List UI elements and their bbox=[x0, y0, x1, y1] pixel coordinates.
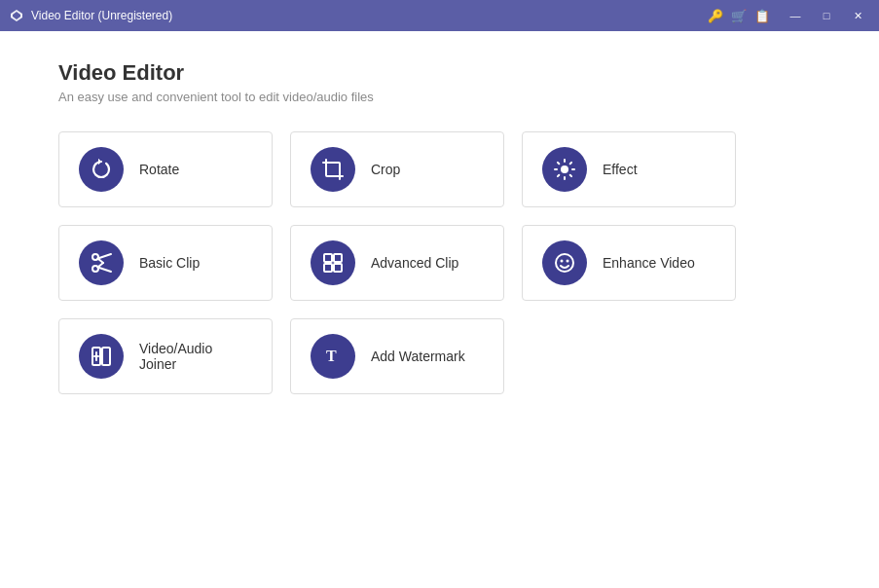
svg-line-10 bbox=[98, 268, 112, 273]
advanced-clip-icon-circle bbox=[311, 240, 355, 285]
crop-card[interactable]: Crop bbox=[290, 131, 504, 207]
basic-clip-label: Basic Clip bbox=[139, 255, 200, 271]
svg-point-23 bbox=[567, 260, 569, 263]
add-watermark-icon-circle: T bbox=[311, 334, 355, 379]
key-icon[interactable]: 🔑 bbox=[708, 9, 723, 23]
basic-clip-icon-circle bbox=[79, 240, 124, 285]
tools-grid-row3: Video/Audio Joiner T Add Watermark bbox=[58, 318, 821, 394]
effect-card[interactable]: Effect bbox=[522, 131, 736, 207]
svg-point-6 bbox=[561, 165, 568, 173]
svg-rect-16 bbox=[334, 264, 342, 272]
title-bar-text: Video Editor (Unregistered) bbox=[31, 9, 708, 22]
video-audio-joiner-card[interactable]: Video/Audio Joiner bbox=[58, 318, 273, 394]
tools-grid-row2: Basic Clip Advanced Clip bbox=[58, 225, 821, 301]
crop-label: Crop bbox=[371, 162, 400, 177]
video-audio-joiner-label: Video/Audio Joiner bbox=[139, 341, 252, 372]
svg-rect-13 bbox=[324, 254, 332, 262]
maximize-button[interactable]: □ bbox=[813, 6, 840, 25]
svg-point-22 bbox=[561, 260, 564, 263]
title-bar-extra-icons: 🔑 🛒 📋 bbox=[708, 9, 770, 23]
rotate-label: Rotate bbox=[139, 162, 179, 177]
crop-icon-circle bbox=[311, 147, 355, 192]
svg-point-21 bbox=[556, 254, 573, 272]
main-content: Video Editor An easy use and convenient … bbox=[0, 31, 879, 588]
svg-rect-14 bbox=[334, 254, 342, 262]
enhance-video-label: Enhance Video bbox=[603, 255, 695, 271]
add-watermark-label: Add Watermark bbox=[371, 349, 465, 364]
page-subtitle: An easy use and convenient tool to edit … bbox=[58, 90, 821, 104]
advanced-clip-label: Advanced Clip bbox=[371, 255, 458, 271]
rotate-card[interactable]: Rotate bbox=[58, 131, 273, 207]
title-bar: Video Editor (Unregistered) 🔑 🛒 📋 — □ ✕ bbox=[0, 0, 879, 31]
enhance-video-icon-circle bbox=[542, 240, 587, 285]
list-icon[interactable]: 📋 bbox=[754, 9, 770, 23]
svg-line-9 bbox=[98, 254, 112, 259]
svg-line-11 bbox=[98, 259, 104, 264]
svg-text:T: T bbox=[326, 348, 337, 364]
add-watermark-card[interactable]: T Add Watermark bbox=[290, 318, 504, 394]
effect-label: Effect bbox=[603, 162, 638, 177]
app-icon bbox=[8, 7, 25, 24]
minimize-button[interactable]: — bbox=[782, 6, 809, 25]
page-title: Video Editor bbox=[58, 60, 821, 86]
svg-rect-25 bbox=[102, 348, 110, 365]
close-button[interactable]: ✕ bbox=[844, 6, 871, 25]
tools-grid-row1: Rotate Crop Eff bbox=[58, 131, 821, 207]
svg-line-12 bbox=[98, 263, 104, 268]
svg-marker-0 bbox=[98, 159, 101, 165]
advanced-clip-card[interactable]: Advanced Clip bbox=[290, 225, 504, 301]
cart-icon[interactable]: 🛒 bbox=[731, 9, 747, 23]
svg-rect-15 bbox=[324, 264, 332, 272]
svg-rect-1 bbox=[326, 163, 340, 176]
effect-icon-circle bbox=[542, 147, 587, 192]
enhance-video-card[interactable]: Enhance Video bbox=[522, 225, 736, 301]
video-audio-joiner-icon-circle bbox=[79, 334, 124, 379]
basic-clip-card[interactable]: Basic Clip bbox=[58, 225, 273, 301]
rotate-icon-circle bbox=[79, 147, 124, 192]
window-controls: — □ ✕ bbox=[782, 6, 871, 25]
